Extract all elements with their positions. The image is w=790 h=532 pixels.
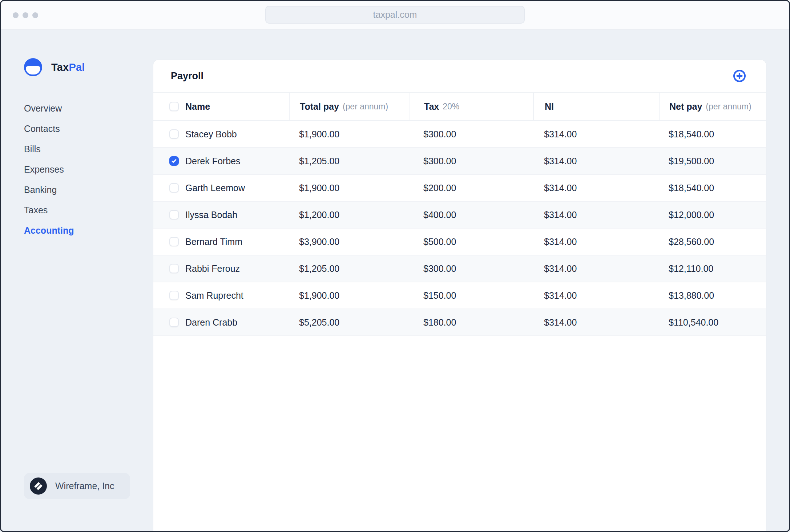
cell-name: Sam Ruprecht [153,282,289,309]
cell-total-pay: $1,205.00 [289,255,410,282]
window-maximize-button[interactable] [32,12,38,18]
payroll-card: Payroll Name Total pay(per annum) Tax20% [153,60,766,532]
row-checkbox[interactable] [169,183,179,193]
check-icon [170,156,178,166]
table-body: Stacey Bobb $1,900.00 $300.00 $314.00 $1… [153,121,766,336]
sidebar-nav: OverviewContactsBillsExpensesBankingTaxe… [24,98,74,241]
table-row: Stacey Bobb $1,900.00 $300.00 $314.00 $1… [153,121,766,148]
cell-tax: $500.00 [410,229,533,255]
company-switcher[interactable]: Wireframe, Inc [24,473,130,499]
window-controls [13,12,38,18]
row-checkbox[interactable] [169,264,179,273]
cell-net-pay: $28,560.00 [659,229,766,255]
window-minimize-button[interactable] [23,12,28,18]
row-checkbox[interactable] [169,156,179,166]
table-header-row: Name Total pay(per annum) Tax20% NI Net … [153,93,766,121]
browser-topbar: taxpal.com [0,0,790,30]
taxpal-smile-circle-icon [24,58,42,76]
sidebar-item-expenses[interactable]: Expenses [24,159,74,180]
cell-name: Daren Crabb [153,309,289,335]
row-checkbox[interactable] [169,237,179,246]
cell-tax: $300.00 [410,255,533,282]
cell-name: Garth Leemow [153,175,289,201]
cell-tax: $150.00 [410,282,533,309]
row-checkbox[interactable] [169,129,179,139]
table-row: Bernard Timm $3,900.00 $500.00 $314.00 $… [153,229,766,255]
cell-tax: $180.00 [410,309,533,335]
company-name: Wireframe, Inc [55,481,114,491]
payroll-card-header: Payroll [153,60,766,93]
cell-name: Stacey Bobb [153,121,289,147]
cell-total-pay: $5,205.00 [289,309,410,335]
employee-name: Bernard Timm [185,237,242,247]
cell-total-pay: $1,200.00 [289,202,410,228]
cell-total-pay: $1,205.00 [289,148,410,174]
cell-name: Rabbi Ferouz [153,255,289,282]
row-checkbox[interactable] [169,291,179,300]
table-row: Rabbi Ferouz $1,205.00 $300.00 $314.00 $… [153,255,766,282]
employee-name: Daren Crabb [185,317,237,328]
employee-name: Rabbi Ferouz [185,263,240,274]
column-header-ni: NI [533,93,659,120]
cell-net-pay: $18,540.00 [659,175,766,201]
cell-net-pay: $13,880.00 [659,282,766,309]
cell-tax: $400.00 [410,202,533,228]
address-bar-url: taxpal.com [373,9,417,20]
cell-name: Derek Forbes [153,148,289,174]
cell-net-pay: $110,540.00 [659,309,766,335]
column-header-tax: Tax20% [410,93,533,120]
column-header-name: Name [153,93,289,120]
cell-ni: $314.00 [533,309,659,335]
cell-net-pay: $19,500.00 [659,148,766,174]
cell-ni: $314.00 [533,148,659,174]
employee-name: Sam Ruprecht [185,290,243,301]
column-header-net-pay: Net pay(per annum) [659,93,766,120]
employee-name: Garth Leemow [185,183,245,193]
table-row: Derek Forbes $1,205.00 $300.00 $314.00 $… [153,148,766,175]
brand-logo: TaxPal [24,58,85,76]
column-header-total-pay: Total pay(per annum) [289,93,410,120]
employee-name: Stacey Bobb [185,129,237,140]
row-checkbox[interactable] [169,318,179,327]
window-close-button[interactable] [13,12,19,18]
table-row: Garth Leemow $1,900.00 $200.00 $314.00 $… [153,175,766,202]
address-bar[interactable]: taxpal.com [265,6,525,24]
employee-name: Derek Forbes [185,156,240,166]
row-checkbox[interactable] [169,210,179,219]
cell-total-pay: $1,900.00 [289,121,410,147]
cell-ni: $314.00 [533,121,659,147]
table-row: Sam Ruprecht $1,900.00 $150.00 $314.00 $… [153,282,766,309]
cell-total-pay: $3,900.00 [289,229,410,255]
sidebar-item-overview[interactable]: Overview [24,98,74,118]
cell-ni: $314.00 [533,255,659,282]
cell-ni: $314.00 [533,175,659,201]
circle-plus-icon [733,69,746,83]
sidebar-item-bills[interactable]: Bills [24,139,74,159]
cell-tax: $200.00 [410,175,533,201]
select-all-checkbox[interactable] [169,102,179,111]
employee-name: Ilyssa Bodah [185,210,237,220]
sidebar-item-contacts[interactable]: Contacts [24,118,74,139]
table-row: Ilyssa Bodah $1,200.00 $400.00 $314.00 $… [153,202,766,229]
cell-total-pay: $1,900.00 [289,175,410,201]
cell-ni: $314.00 [533,282,659,309]
sidebar-item-banking[interactable]: Banking [24,180,74,200]
sidebar-item-taxes[interactable]: Taxes [24,200,74,220]
page-title: Payroll [171,70,203,82]
sidebar-item-accounting[interactable]: Accounting [24,220,74,241]
cell-name: Ilyssa Bodah [153,202,289,228]
cell-net-pay: $18,540.00 [659,121,766,147]
cell-ni: $314.00 [533,202,659,228]
cell-tax: $300.00 [410,148,533,174]
brand-name: TaxPal [51,61,85,73]
add-payroll-entry-button[interactable] [733,69,746,83]
cell-ni: $314.00 [533,229,659,255]
table-row: Daren Crabb $5,205.00 $180.00 $314.00 $1… [153,309,766,336]
cell-net-pay: $12,110.00 [659,255,766,282]
cell-name: Bernard Timm [153,229,289,255]
double-slash-circle-icon [30,477,47,495]
cell-total-pay: $1,900.00 [289,282,410,309]
app-window: taxpal.com TaxPal OverviewContactsBillsE… [0,0,790,532]
cell-tax: $300.00 [410,121,533,147]
cell-net-pay: $12,000.00 [659,202,766,228]
